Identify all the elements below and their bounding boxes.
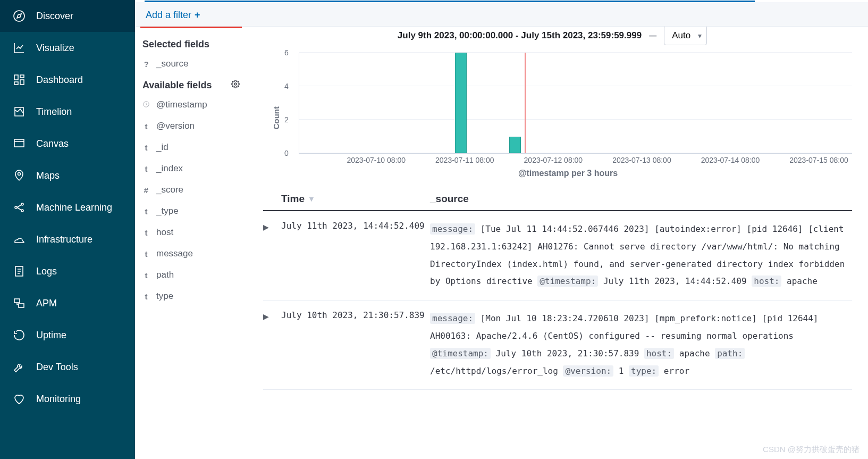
nav-item-canvas[interactable]: Canvas [0, 128, 135, 160]
gear-icon[interactable] [231, 80, 240, 91]
cell-source: message: [Mon Jul 10 18:23:24.720610 202… [430, 310, 852, 380]
nav-item-infrastructure[interactable]: Infrastructure [0, 223, 135, 255]
selected-fields-title: Selected fields [135, 34, 247, 53]
histogram-bar[interactable] [509, 137, 521, 154]
svg-point-8 [15, 206, 17, 208]
source-key: @version: [563, 365, 613, 377]
table-header: Time ▼ _source [263, 193, 852, 211]
source-key: host: [752, 276, 781, 287]
fields-sidebar: apache_error-* ▼ Selected fields ?_sourc… [135, 27, 247, 459]
cell-source: message: [Tue Jul 11 14:44:52.067446 202… [430, 221, 852, 290]
field-name: _score [156, 185, 183, 195]
svg-rect-4 [20, 80, 24, 85]
dash-label: — [649, 31, 656, 40]
available-fields-title: Available fields [142, 80, 212, 91]
histogram-bar[interactable] [455, 53, 467, 153]
field-type-icon: # [142, 186, 150, 195]
field-type-icon: t [142, 122, 150, 131]
y-axis-label: Count [268, 106, 284, 129]
nav-label: Logs [36, 266, 57, 277]
field-name: _id [156, 142, 168, 153]
results-panel: ❮ July 9th 2023, 00:00:00.000 - July 15t… [247, 27, 868, 459]
nav-item-discover[interactable]: Discover [0, 0, 135, 32]
svg-point-0 [14, 11, 24, 21]
field-type-icon: t [142, 292, 150, 301]
nav-item-timelion[interactable]: Timelion [0, 96, 135, 128]
field-_source[interactable]: ?_source [135, 53, 247, 74]
expand-row-icon[interactable]: ▶ [263, 221, 281, 231]
field-type-icon: ? [142, 60, 150, 69]
field-type-icon: t [142, 249, 150, 258]
nav-item-dev-tools[interactable]: Dev Tools [0, 351, 135, 383]
compass-icon [13, 10, 26, 22]
add-filter-button[interactable]: Add a filter + [146, 10, 200, 21]
plot-area[interactable]: 0246 [299, 53, 852, 154]
source-key: @timestamp: [537, 276, 598, 287]
expand-row-icon[interactable]: ▶ [263, 310, 281, 321]
ml-icon [13, 201, 26, 214]
nav-label: Monitoring [36, 394, 81, 405]
uptime-icon [13, 329, 26, 341]
nav-item-monitoring[interactable]: Monitoring [0, 383, 135, 415]
y-tick: 4 [284, 82, 289, 90]
nav-item-uptime[interactable]: Uptime [0, 319, 135, 351]
index-pattern-select[interactable]: apache_error-* ▼ [140, 27, 242, 28]
svg-rect-6 [14, 139, 24, 147]
nav-label: Timelion [36, 106, 72, 118]
y-tick: 0 [284, 149, 289, 157]
field-_id[interactable]: t_id [135, 137, 247, 158]
results-table: Time ▼ _source ▶July 11th 2023, 14:44:52… [252, 183, 852, 390]
field-name: host [156, 227, 173, 238]
x-tick: 2023-07-11 08:00 [435, 156, 494, 164]
svg-rect-2 [14, 75, 18, 80]
sort-desc-icon: ▼ [308, 195, 315, 203]
field-type-icon: t [142, 207, 150, 216]
maps-icon [13, 169, 26, 182]
y-tick: 6 [284, 48, 289, 57]
source-key: type: [629, 365, 659, 377]
field-name: _type [156, 206, 179, 216]
histogram-chart: Count 0246 2023-07-10 08:002023-07-11 08… [252, 47, 852, 183]
field-host[interactable]: thost [135, 222, 247, 243]
nav-item-maps[interactable]: Maps [0, 160, 135, 191]
svg-rect-3 [20, 75, 24, 78]
svg-rect-13 [19, 304, 24, 307]
time-column-header[interactable]: Time ▼ [281, 193, 430, 205]
interval-select[interactable]: Auto [664, 27, 707, 45]
field-message[interactable]: tmessage [135, 243, 247, 264]
nav-label: Dashboard [36, 74, 83, 86]
x-axis: 2023-07-10 08:002023-07-11 08:002023-07-… [299, 154, 852, 165]
field-_type[interactable]: t_type [135, 201, 247, 222]
field-path[interactable]: tpath [135, 264, 247, 286]
nav-item-logs[interactable]: Logs [0, 255, 135, 287]
canvas-icon [13, 137, 26, 150]
nav-label: Uptime [36, 330, 66, 341]
x-tick: 2023-07-14 08:00 [701, 156, 760, 164]
field-@version[interactable]: t@version [135, 115, 247, 137]
dashboard-icon [13, 73, 26, 86]
x-tick: 2023-07-13 08:00 [612, 156, 671, 164]
table-row: ▶July 11th 2023, 14:44:52.409message: [T… [263, 211, 852, 301]
logs-icon [13, 265, 26, 278]
nav-label: Maps [36, 170, 60, 181]
nav-label: APM [36, 298, 57, 309]
y-tick: 2 [284, 115, 289, 124]
x-tick: 2023-07-15 08:00 [789, 156, 848, 164]
field-type[interactable]: ttype [135, 286, 247, 307]
svg-rect-5 [14, 82, 18, 85]
source-column-header[interactable]: _source [430, 193, 852, 205]
field-name: type [156, 291, 173, 302]
nav-item-visualize[interactable]: Visualize [0, 32, 135, 64]
field-type-icon: t [142, 143, 150, 152]
field-_score[interactable]: #_score [135, 179, 247, 201]
field-type-icon: t [142, 271, 150, 280]
cell-time: July 11th 2023, 14:44:52.409 [281, 221, 430, 231]
chart-header: July 9th 2023, 00:00:00.000 - July 15th … [252, 27, 852, 47]
cell-time: July 10th 2023, 21:30:57.839 [281, 310, 430, 320]
nav-item-dashboard[interactable]: Dashboard [0, 64, 135, 96]
field-_index[interactable]: t_index [135, 158, 247, 179]
nav-item-apm[interactable]: APM [0, 287, 135, 319]
nav-item-machine-learning[interactable]: Machine Learning [0, 191, 135, 223]
field-@timestamp[interactable]: @timestamp [135, 94, 247, 115]
timelion-icon [13, 105, 26, 118]
